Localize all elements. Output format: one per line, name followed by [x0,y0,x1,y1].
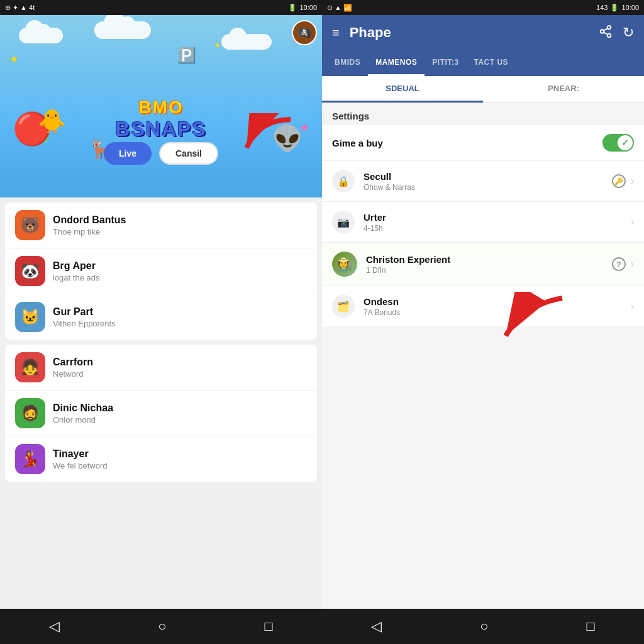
setting-sub-urter: 4-15h [364,224,603,233]
app-desc-0: Thoe mp tike [53,227,307,236]
share-icon[interactable] [599,25,613,42]
avatar-top-right[interactable]: 🏴‍☠️ [292,20,317,45]
chevron-ondesn: › [631,301,634,312]
lock-badge-secull: 🔑 [612,174,626,188]
setting-sub-secull: Ohow & Narras [364,183,603,192]
app-name-4: Dinic Nichaa [53,402,307,414]
toggle-knob: ✓ [618,135,633,150]
app-item-5[interactable]: 💃 Tinayer We fel betword [5,436,317,482]
setting-name-ondesn: Ondesn [364,296,622,307]
game-buttons: Live Cansil [104,142,218,165]
toggle-checkmark: ✓ [621,138,629,148]
app-desc-2: Vithen Epporents [53,319,307,328]
sub-tab-sdeual[interactable]: SDEUAL [322,76,483,103]
toggle-label: Gime a buy [332,138,602,148]
app-icon-1: 🐼 [15,256,45,286]
star-5: ✦ [214,40,221,50]
logo-bmo: BMO [115,97,206,118]
right-battery-icon: 🔋 [610,4,619,12]
setting-name-secull: Secull [364,171,603,182]
tab-mamenos[interactable]: MAMENOS [368,50,425,76]
logo-bsnaps: BSNAPS [115,118,206,141]
setting-info-christon: Christon Experient 1 Dfln [366,254,603,275]
app-desc-5: We fel betword [53,461,307,470]
left-time: 10:00 [299,4,317,11]
avatar-christon: 🧑‍🌾 [332,252,357,277]
app-info-1: Brg Aper logat the ads [53,260,307,282]
app-item-2[interactable]: 🐱 Gur Part Vithen Epporents [5,294,317,340]
left-panel: ★ ★ ★ ★ ✦ 🔴 🐥 👽 🦌 🅿️ BMO BSNAPS Live Can… [0,15,322,609]
camera-badge-urter [612,215,626,229]
left-battery-icon: 🔋 [288,4,297,12]
setting-item-secull[interactable]: 🔒 Secull Ohow & Narras 🔑 › [322,161,644,202]
tab-bmids[interactable]: BMIDS [327,50,368,76]
app-name-1: Brg Aper [53,260,307,272]
menu-icon[interactable]: ≡ [332,26,340,40]
app-item-0[interactable]: 🐻 Ondord Bantus Thoe mp tike [5,203,317,248]
app-desc-1: logat the ads [53,273,307,282]
right-status-bar: ⊙ ▲ 📶 143 🔋 10:00 [322,0,644,15]
setting-item-christon[interactable]: 🧑‍🌾 Christon Experient 1 Dfln ? › [322,243,644,286]
app-item-3[interactable]: 👧 Carrforn Netword [5,345,317,391]
app-name-3: Carrforn [53,357,307,368]
app-desc-4: Onlor mond [53,415,307,425]
refresh-icon[interactable]: ↻ [623,25,634,42]
left-status-bar: ⊕ ✦ ▲ 4t 🔋 10:00 [0,0,322,15]
game-logo: BMO BSNAPS [115,97,206,141]
right-network-icon: ⊙ ▲ 📶 [327,4,352,12]
setting-info-secull: Secull Ohow & Narras [364,171,603,192]
app-title: Phape [350,25,589,41]
recent-button-right[interactable]: □ [587,618,595,635]
header-icons: ↻ [599,25,634,42]
setting-icon-secull: 🔒 [332,170,355,192]
left-nav-bar: ◁ ○ □ [0,609,322,644]
setting-info-ondesn: Ondesn 7A Bonuds [364,296,622,317]
back-button-right[interactable]: ◁ [371,618,382,635]
app-info-2: Gur Part Vithen Epporents [53,306,307,328]
sub-tab-pnear[interactable]: PNEAR: [483,76,644,103]
tab-tactus[interactable]: TACT US [467,50,516,76]
app-item-4[interactable]: 🧔 Dinic Nichaa Onlor mond [5,391,317,436]
app-info-0: Ondord Bantus Thoe mp tike [53,214,307,236]
setting-icon-ondesn: 🗂️ [332,295,355,318]
app-info-4: Dinic Nichaa Onlor mond [53,402,307,425]
setting-name-urter: Urter [364,212,603,223]
svg-line-4 [604,32,608,35]
app-desc-3: Netword [53,369,307,379]
app-name-5: Tinayer [53,448,307,460]
toggle-switch[interactable]: ✓ [602,134,634,152]
setting-item-urter[interactable]: 📷 Urter 4-15h › [322,202,644,243]
tab-pitit[interactable]: PITIT:3 [425,50,466,76]
sub-tabs: SDEUAL PNEAR: [322,76,644,103]
left-network-icon: ⊕ ✦ ▲ 4t [5,4,35,12]
app-list-group2: 👧 Carrforn Netword 🧔 Dinic Nichaa Onlor … [5,345,317,482]
live-button[interactable]: Live [104,142,152,165]
setting-sub-christon: 1 Dfln [366,266,603,275]
cloud-3 [221,34,272,50]
recent-button-left[interactable]: □ [265,618,273,635]
setting-sub-ondesn: 7A Bonuds [364,308,622,317]
chevron-christon: › [631,258,634,270]
star-2: ★ [9,53,18,65]
setting-item-ondesn[interactable]: 🗂️ Ondesn 7A Bonuds › [322,286,644,326]
char-yellow: 🐥 [38,108,66,135]
question-badge-christon: ? [612,257,626,271]
app-header: ≡ Phape ↻ [322,15,644,50]
setting-name-christon: Christon Experient [366,254,603,265]
svg-line-5 [604,28,608,30]
app-icon-0: 🐻 [15,210,45,240]
app-info-3: Carrforn Netword [53,357,307,379]
setting-info-urter: Urter 4-15h [364,212,603,233]
game-banner: ★ ★ ★ ★ ✦ 🔴 🐥 👽 🦌 🅿️ BMO BSNAPS Live Can… [0,15,322,197]
app-item-1[interactable]: 🐼 Brg Aper logat the ads [5,248,317,294]
home-button-right[interactable]: ○ [480,618,488,635]
app-icon-2: 🐱 [15,302,45,332]
home-button-left[interactable]: ○ [158,618,166,635]
back-button-left[interactable]: ◁ [49,618,60,635]
app-icon-3: 👧 [15,352,45,382]
toggle-item[interactable]: Gime a buy ✓ [322,125,644,161]
red-arrow-left [209,113,297,170]
tabs-bar: BMIDS MAMENOS PITIT:3 TACT US [322,50,644,76]
right-panel: ≡ Phape ↻ BMIDS M [322,15,644,609]
setting-right-urter: › [612,215,634,229]
